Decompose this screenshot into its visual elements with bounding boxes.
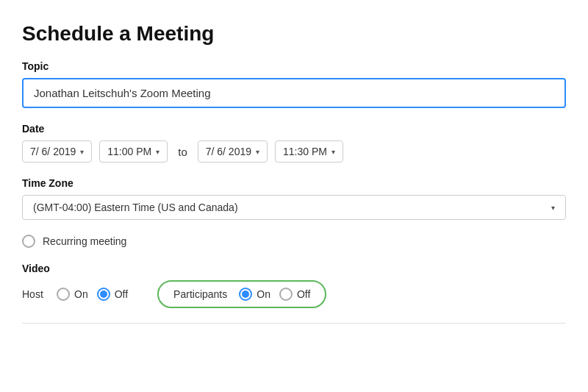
participants-label: Participants (173, 288, 227, 300)
participants-off-radio[interactable] (279, 288, 293, 301)
host-off-label: Off (115, 288, 128, 300)
timezone-label: Time Zone (22, 177, 566, 189)
bottom-divider (22, 323, 566, 324)
end-date-select[interactable]: 7/ 6/ 2019 ▾ (198, 140, 268, 163)
participants-group: Participants On Off (157, 280, 326, 308)
participants-on-radio[interactable] (239, 288, 252, 301)
video-section: Video Host On Off Participants On Of (22, 263, 566, 308)
host-label: Host (22, 288, 48, 300)
topic-label: Topic (22, 60, 566, 72)
video-label: Video (22, 263, 566, 274)
end-time-value: 11:30 PM (283, 146, 327, 157)
participants-off-label: Off (297, 288, 310, 300)
end-date-value: 7/ 6/ 2019 (206, 146, 251, 157)
date-section: Date 7/ 6/ 2019 ▾ 11:00 PM ▾ to 7/ 6/ 20… (22, 123, 566, 163)
to-label: to (175, 146, 190, 158)
video-row: Host On Off Participants On Off (22, 280, 566, 308)
start-date-value: 7/ 6/ 2019 (30, 146, 76, 157)
host-off-radio[interactable] (97, 288, 110, 301)
host-group: Host On Off (22, 288, 128, 301)
start-time-value: 11:00 PM (107, 146, 151, 157)
start-time-chevron-icon: ▾ (156, 148, 159, 156)
host-on-radio[interactable] (57, 288, 70, 301)
host-off-option[interactable]: Off (97, 288, 128, 301)
topic-section: Topic (22, 60, 566, 108)
start-date-chevron-icon: ▾ (80, 148, 84, 156)
recurring-checkbox[interactable] (22, 235, 35, 248)
recurring-label: Recurring meeting (43, 235, 126, 247)
date-row: 7/ 6/ 2019 ▾ 11:00 PM ▾ to 7/ 6/ 2019 ▾ … (22, 140, 566, 163)
participants-on-option[interactable]: On (239, 288, 270, 301)
host-on-option[interactable]: On (57, 288, 88, 301)
start-time-select[interactable]: 11:00 PM ▾ (99, 140, 168, 163)
end-time-chevron-icon: ▾ (331, 148, 335, 156)
timezone-chevron-icon: ▾ (551, 204, 555, 212)
topic-input[interactable] (22, 78, 566, 108)
date-label: Date (22, 123, 566, 135)
participants-off-option[interactable]: Off (279, 288, 310, 301)
end-date-chevron-icon: ▾ (256, 148, 259, 156)
participants-on-label: On (257, 288, 270, 300)
timezone-select[interactable]: (GMT-04:00) Eastern Time (US and Canada)… (22, 195, 566, 220)
timezone-value: (GMT-04:00) Eastern Time (US and Canada) (33, 202, 238, 213)
page-title: Schedule a Meeting (22, 22, 566, 46)
host-on-label: On (74, 288, 88, 300)
end-time-select[interactable]: 11:30 PM ▾ (275, 140, 343, 163)
recurring-section: Recurring meeting (22, 235, 566, 248)
timezone-section: Time Zone (GMT-04:00) Eastern Time (US a… (22, 177, 566, 220)
start-date-select[interactable]: 7/ 6/ 2019 ▾ (22, 140, 92, 163)
